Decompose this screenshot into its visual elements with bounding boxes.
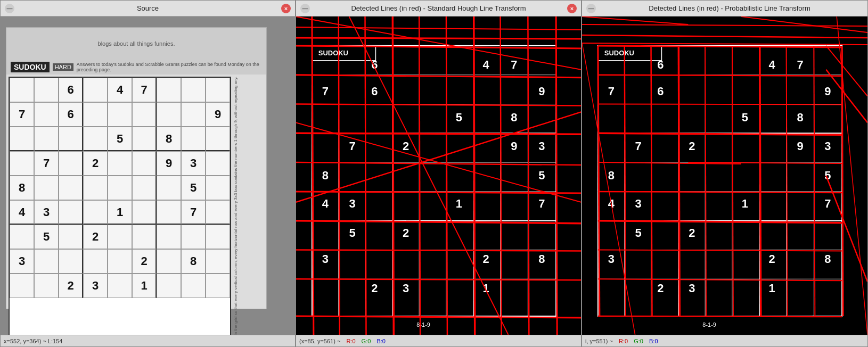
svg-text:5: 5 (456, 111, 462, 124)
svg-text:6: 6 (371, 58, 378, 71)
sudoku-grid-wrapper: 64776958729385431752328231 Fill in the b… (6, 75, 266, 335)
svg-text:6: 6 (657, 58, 664, 71)
hough-close-controls: × (567, 4, 577, 13)
svg-text:8-1-9: 8-1-9 (702, 321, 716, 328)
sudoku-cell-0-4: 4 (108, 78, 132, 102)
sudoku-cell-2-3 (83, 127, 108, 151)
sudoku-cell-8-4 (108, 274, 132, 298)
sudoku-cell-5-2 (59, 200, 83, 225)
svg-line-67 (474, 16, 475, 335)
source-window-title: Source (14, 4, 281, 12)
svg-text:6: 6 (657, 85, 664, 98)
sudoku-cell-5-1: 3 (34, 200, 59, 225)
prob-minimize-button[interactable]: — (586, 4, 596, 13)
svg-text:2: 2 (483, 252, 489, 266)
prob-status-bar: i, y=551) ~ R:0 G:0 B:0 (582, 335, 867, 346)
svg-text:1: 1 (483, 282, 489, 295)
source-status-bar: x=552, y=364) ~ L:154 (1, 335, 295, 346)
sudoku-cell-5-6 (157, 200, 181, 225)
svg-text:9: 9 (511, 139, 517, 153)
sudoku-grid: 64776958729385431752328231 (9, 77, 231, 335)
sudoku-cell-7-5: 2 (132, 249, 157, 274)
sudoku-cell-2-7 (181, 127, 206, 151)
sudoku-cell-6-6 (157, 225, 181, 249)
svg-text:5: 5 (635, 226, 642, 239)
svg-text:3: 3 (824, 139, 831, 153)
svg-line-122 (598, 104, 842, 105)
sudoku-cell-5-4: 1 (108, 200, 132, 225)
sudoku-cell-4-0: 8 (10, 176, 34, 200)
sudoku-cell-2-0 (10, 127, 34, 151)
sudoku-cell-8-1 (34, 274, 59, 298)
sudoku-cell-4-1 (34, 176, 59, 200)
svg-text:7: 7 (797, 58, 803, 71)
svg-text:1: 1 (456, 197, 462, 210)
svg-text:4: 4 (769, 58, 776, 71)
sudoku-cell-1-8: 9 (206, 102, 230, 127)
sudoku-cell-3-3: 2 (83, 151, 108, 176)
svg-text:3: 3 (538, 139, 545, 153)
svg-text:2: 2 (371, 282, 378, 295)
svg-text:8: 8 (797, 111, 803, 124)
svg-text:SUDOKU: SUDOKU (318, 49, 348, 57)
svg-line-70 (556, 16, 557, 335)
sudoku-cell-6-1: 5 (34, 225, 59, 249)
source-minimize-button[interactable]: — (5, 4, 14, 13)
sudoku-cell-8-0 (10, 274, 34, 298)
sudoku-cell-8-2: 2 (59, 274, 83, 298)
sudoku-cell-0-2: 6 (59, 78, 83, 102)
prob-coordinates: i, y=551) ~ R:0 G:0 B:0 (585, 338, 658, 344)
sudoku-cell-8-6 (157, 274, 181, 298)
svg-text:7: 7 (635, 139, 642, 153)
sudoku-cell-6-3: 2 (83, 225, 108, 249)
sudoku-cell-3-2 (59, 151, 83, 176)
svg-text:2: 2 (769, 252, 775, 266)
prob-window: — Detected Lines (in red) - Probabilisti… (582, 0, 868, 347)
hough-close-button[interactable]: × (567, 4, 577, 13)
sudoku-cell-7-8 (206, 249, 230, 274)
prob-content: SUDOKU 6 4 (582, 16, 867, 335)
sudoku-cell-0-5: 7 (132, 78, 157, 102)
hough-window-title: Detected Lines (in red) - Standard Hough… (310, 4, 567, 12)
svg-text:1: 1 (769, 282, 775, 295)
sudoku-cell-5-5 (132, 200, 157, 225)
sudoku-cell-0-1 (34, 78, 59, 102)
svg-text:3: 3 (635, 197, 642, 210)
sudoku-cell-1-7 (181, 102, 206, 127)
svg-text:8: 8 (824, 252, 831, 266)
svg-line-137 (760, 46, 761, 316)
sudoku-cell-1-5 (132, 102, 157, 127)
sudoku-cell-3-4 (108, 151, 132, 176)
svg-text:8-1-9: 8-1-9 (416, 321, 430, 328)
hough-coordinates: (x=85, y=561) ~ R:0 G:0 B:0 (299, 338, 386, 344)
svg-text:7: 7 (511, 58, 517, 71)
svg-text:3: 3 (608, 252, 615, 266)
svg-text:4: 4 (483, 58, 490, 71)
sudoku-cell-7-7: 8 (181, 249, 206, 274)
prob-window-title: Detected Lines (in red) - Probabilistic … (596, 4, 863, 12)
svg-text:5: 5 (742, 111, 748, 124)
svg-text:7: 7 (608, 85, 615, 98)
newspaper-top-text: blogs about all things funnies. (98, 40, 175, 47)
sudoku-logo: SUDOKU (11, 62, 50, 72)
source-titlebar: — Source × (1, 1, 295, 16)
svg-text:2: 2 (403, 226, 409, 239)
newspaper-top: blogs about all things funnies. (6, 28, 266, 60)
hough-minimize-button[interactable]: — (300, 4, 310, 13)
prob-detected-image: SUDOKU 6 4 (582, 16, 867, 335)
sudoku-cell-0-0 (10, 78, 34, 102)
sudoku-cell-7-2 (59, 249, 83, 274)
sudoku-cell-6-0 (10, 225, 34, 249)
svg-text:8: 8 (322, 169, 329, 182)
svg-text:3: 3 (322, 252, 329, 266)
source-image: blogs about all things funnies. SUDOKU H… (1, 16, 295, 335)
sudoku-cell-5-8 (206, 200, 230, 225)
svg-text:2: 2 (689, 139, 695, 153)
sudoku-cell-5-3 (83, 200, 108, 225)
sudoku-cell-5-0: 4 (10, 200, 34, 225)
source-close-button[interactable]: × (281, 4, 291, 13)
prob-svg: SUDOKU 6 4 (582, 16, 867, 335)
svg-text:5: 5 (538, 169, 545, 182)
svg-text:2: 2 (657, 282, 664, 295)
sudoku-cell-2-5 (132, 127, 157, 151)
